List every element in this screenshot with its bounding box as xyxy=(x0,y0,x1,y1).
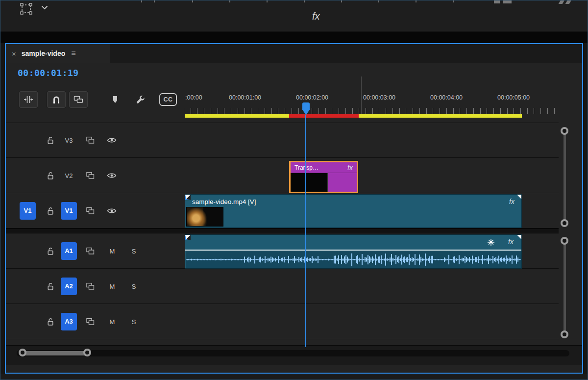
audio-scrollbar[interactable] xyxy=(564,241,566,334)
ruler-tick-label: :00:00 xyxy=(185,94,202,101)
chevron-down-icon xyxy=(41,5,48,10)
source-patch-v1[interactable]: V1 xyxy=(20,202,36,220)
insert-overwrite-icon xyxy=(24,95,33,104)
fx-badge: fx xyxy=(347,164,353,172)
snap-button[interactable] xyxy=(47,91,66,108)
magnet-icon xyxy=(52,96,61,104)
clip-thumbnail xyxy=(291,173,357,192)
zoom-handle-left[interactable] xyxy=(19,349,26,356)
horizontal-scrollbar-track[interactable] xyxy=(17,350,569,356)
sync-lock-icon xyxy=(86,172,95,179)
waveform-area xyxy=(186,251,521,268)
cropped-icon-fragment xyxy=(503,0,512,3)
sync-lock-button[interactable] xyxy=(86,282,95,290)
time-ruler[interactable]: :00:00 00:00:01:00 00:00:02:00 00:00:03:… xyxy=(184,89,559,120)
lock-icon xyxy=(47,247,54,255)
effect-controls-panel-fragment: fx xyxy=(0,0,588,31)
timeline-settings-button[interactable] xyxy=(133,92,148,107)
track-target-a3[interactable]: A3 xyxy=(61,313,77,330)
fade-handle[interactable] xyxy=(517,195,521,199)
solo-button[interactable]: S xyxy=(129,247,138,254)
panel-gap xyxy=(0,32,588,43)
track-lock-button[interactable] xyxy=(47,317,54,326)
track-target-a1[interactable]: A1 xyxy=(61,242,77,260)
sync-lock-icon xyxy=(86,318,95,325)
video-scrollbar-bottom-handle[interactable] xyxy=(561,219,568,227)
track-output-button[interactable] xyxy=(107,137,117,143)
clip-label: Transp… xyxy=(294,164,347,171)
eye-icon xyxy=(107,137,117,143)
track-output-button[interactable] xyxy=(107,208,117,214)
fx-badge: fx xyxy=(508,238,514,246)
lock-icon xyxy=(47,171,54,179)
track-lock-button[interactable] xyxy=(47,282,54,290)
sync-lock-button[interactable] xyxy=(86,136,95,144)
sync-lock-icon xyxy=(86,136,95,144)
wrench-icon xyxy=(136,95,146,104)
cropped-icon-fragment xyxy=(565,0,572,4)
audio-waveform xyxy=(186,251,521,268)
transform-select-button[interactable] xyxy=(19,2,33,16)
add-marker-button[interactable] xyxy=(108,92,122,107)
video-scrollbar[interactable] xyxy=(564,131,566,223)
captions-button[interactable]: CC xyxy=(159,93,177,106)
ruler-tick-label: 00:00:02:00 xyxy=(296,94,328,101)
mute-button[interactable]: M xyxy=(108,318,117,325)
fx-badge: fx xyxy=(509,198,514,205)
sync-lock-icon xyxy=(86,282,95,290)
close-icon[interactable]: × xyxy=(12,50,16,58)
zoom-handle-right[interactable] xyxy=(83,349,91,356)
track-lock-button[interactable] xyxy=(47,171,54,179)
mute-button[interactable]: M xyxy=(108,247,117,254)
eye-icon xyxy=(107,208,117,214)
sync-lock-button[interactable] xyxy=(86,207,95,214)
chevron-down-button[interactable] xyxy=(41,5,48,10)
solo-button[interactable]: S xyxy=(129,282,138,290)
audio-scrollbar-bottom-handle[interactable] xyxy=(561,330,568,338)
video-scrollbar-top-handle[interactable] xyxy=(561,127,568,135)
track-target-v3[interactable]: V3 xyxy=(61,136,77,144)
cropped-ui-fragment xyxy=(192,0,193,2)
fade-handle[interactable] xyxy=(185,195,191,200)
track-target-v1[interactable]: V1 xyxy=(61,202,77,220)
track-target-v2[interactable]: V2 xyxy=(61,172,77,179)
lock-icon xyxy=(47,282,54,290)
lock-icon xyxy=(47,317,54,326)
track-lock-button[interactable] xyxy=(47,136,54,144)
sync-lock-icon xyxy=(86,247,95,254)
track-lock-button[interactable] xyxy=(47,206,54,215)
nest-toggle-button[interactable] xyxy=(19,91,38,108)
panel-menu-icon[interactable]: ≡ xyxy=(71,49,75,58)
sync-lock-button[interactable] xyxy=(86,318,95,325)
clip-thumbnail xyxy=(186,207,223,227)
cropped-ui-fragment xyxy=(267,0,268,2)
sync-lock-button[interactable] xyxy=(86,247,95,254)
bottom-panel-edge xyxy=(0,374,588,380)
solo-button[interactable]: S xyxy=(129,318,138,325)
linked-selection-button[interactable] xyxy=(69,91,88,108)
track-row-a3: A3 M S xyxy=(6,304,559,339)
selected-clip-range xyxy=(289,114,359,118)
mute-button[interactable]: M xyxy=(108,282,117,290)
cropped-icon-fragment xyxy=(494,0,500,3)
horizontal-scrollbar-handle[interactable] xyxy=(21,351,87,355)
cropped-ui-fragment xyxy=(378,0,379,2)
cropped-ui-fragment xyxy=(341,0,342,2)
volume-rubber-band[interactable] xyxy=(185,250,521,251)
track-lock-button[interactable] xyxy=(47,247,54,255)
track-output-button[interactable] xyxy=(107,173,117,178)
tab-sample-video[interactable]: × sample-video ≡ xyxy=(6,44,110,63)
clip-sample-video[interactable]: sample-video.mp4 [V] fx xyxy=(185,194,522,228)
marquee-select-icon xyxy=(20,2,33,15)
audio-scrollbar-top-handle[interactable] xyxy=(561,237,568,245)
playhead-line xyxy=(305,115,306,347)
cropped-ui-fragment xyxy=(416,0,416,2)
timecode-display[interactable]: 00:00:01:19 xyxy=(18,68,79,78)
work-area-bar[interactable] xyxy=(185,114,522,118)
clip-sample-audio[interactable]: fx xyxy=(185,234,522,269)
clip-transparent-video[interactable]: Transp… fx xyxy=(289,161,358,193)
cropped-ui-fragment xyxy=(154,0,155,2)
track-target-a2[interactable]: A2 xyxy=(61,278,77,295)
sync-lock-button[interactable] xyxy=(86,172,95,179)
linked-selection-icon xyxy=(74,95,83,104)
